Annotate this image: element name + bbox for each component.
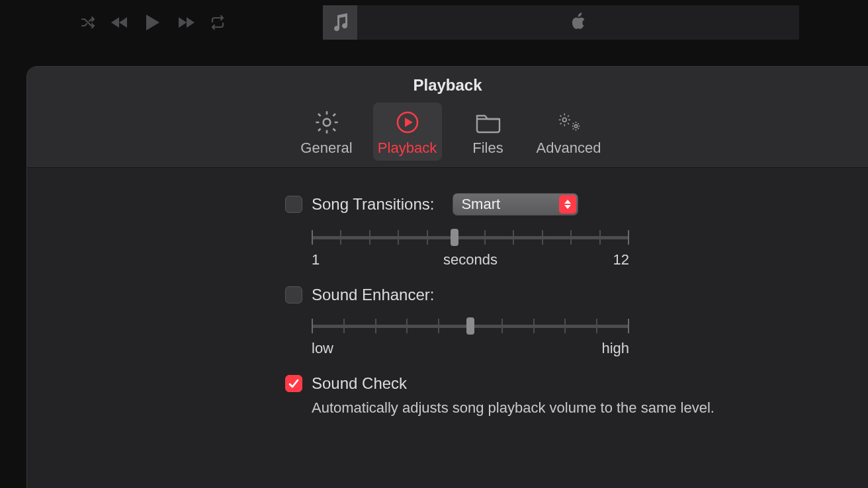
panel-body: Song Transitions: Smart 1 seconds <box>27 168 868 417</box>
svg-point-9 <box>574 125 577 128</box>
preferences-panel: Playback General Playback Files <box>26 66 868 488</box>
gears-icon <box>554 108 584 137</box>
svg-marker-0 <box>119 17 127 28</box>
tab-label: General <box>300 140 352 157</box>
tab-advanced[interactable]: Advanced <box>535 102 603 161</box>
sound-check-group: Sound Check Automatically adjusts song p… <box>67 374 828 417</box>
gear-icon <box>312 108 341 137</box>
play-icon[interactable] <box>143 13 163 32</box>
preferences-tabs: General Playback Files Advanced <box>27 102 868 167</box>
folder-icon <box>474 108 503 137</box>
slider-mid-label: seconds <box>351 251 589 268</box>
sound-check-description: Automatically adjusts song playback volu… <box>285 399 828 417</box>
svg-point-5 <box>323 119 330 126</box>
slider-min-label: low <box>312 340 351 357</box>
next-icon[interactable] <box>177 14 195 31</box>
previous-icon[interactable] <box>111 14 128 31</box>
player-bar <box>0 0 868 45</box>
sound-enhancer-label: Sound Enhancer: <box>312 286 434 304</box>
tab-general[interactable]: General <box>292 102 361 161</box>
popup-stepper-icon <box>559 195 576 214</box>
slider-max-label: 12 <box>589 251 629 268</box>
music-note-icon <box>323 5 357 40</box>
play-circle-icon <box>393 108 422 137</box>
svg-marker-1 <box>111 17 119 28</box>
svg-marker-2 <box>146 15 159 30</box>
transport-controls <box>79 13 226 32</box>
apple-logo-icon <box>571 13 586 32</box>
svg-marker-4 <box>187 17 195 28</box>
sound-check-checkbox[interactable] <box>285 375 302 392</box>
tab-playback[interactable]: Playback <box>373 102 442 161</box>
svg-marker-7 <box>405 118 413 127</box>
sound-enhancer-checkbox[interactable] <box>285 286 302 304</box>
song-transitions-label: Song Transitions: <box>312 195 434 214</box>
slider-max-label: high <box>589 340 629 357</box>
slider-min-label: 1 <box>312 251 351 268</box>
tab-label: Playback <box>378 140 437 157</box>
popup-value: Smart <box>461 196 500 213</box>
panel-title: Playback <box>27 76 868 95</box>
svg-point-8 <box>562 118 566 122</box>
tab-label: Advanced <box>537 140 601 157</box>
panel-header: Playback General Playback Files <box>27 67 868 168</box>
song-transitions-checkbox[interactable] <box>285 196 302 213</box>
slider-mid-label <box>351 340 589 357</box>
repeat-icon[interactable] <box>209 14 226 31</box>
shuffle-icon[interactable] <box>79 14 97 31</box>
tab-label: Files <box>472 140 503 157</box>
tab-files[interactable]: Files <box>454 102 523 161</box>
now-playing-display <box>323 5 799 40</box>
sound-enhancer-slider[interactable] <box>312 316 629 336</box>
svg-marker-3 <box>179 17 187 28</box>
song-transitions-group: Song Transitions: Smart 1 seconds <box>67 193 828 268</box>
sound-enhancer-group: Sound Enhancer: low high <box>67 286 828 357</box>
song-transitions-slider[interactable] <box>312 227 629 247</box>
song-transitions-popup[interactable]: Smart <box>453 193 578 216</box>
sound-check-label: Sound Check <box>312 374 407 393</box>
